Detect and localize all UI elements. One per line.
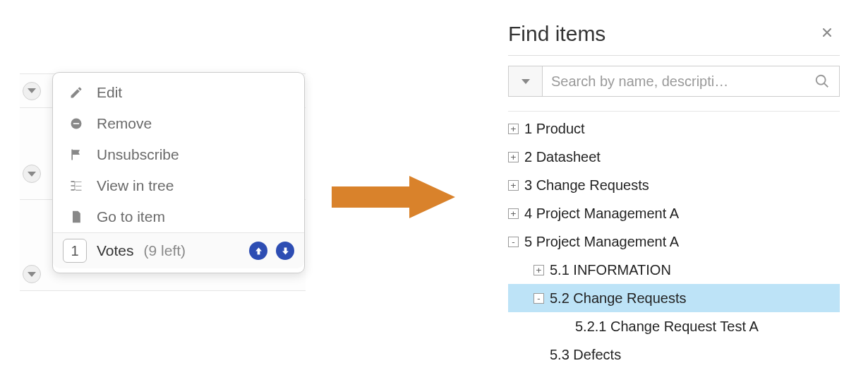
menu-label: Go to item [97, 208, 165, 225]
collapse-icon[interactable]: - [534, 293, 544, 304]
document-icon [68, 209, 84, 225]
arrow-right-icon [332, 172, 459, 222]
expand-icon[interactable]: + [508, 208, 519, 219]
tree-node[interactable]: + 5.1 INFORMATION [508, 256, 840, 284]
tree-node[interactable]: 5.3 Defects [508, 340, 840, 369]
search-bar [508, 66, 840, 97]
node-label: 5.2.1 Change Request Test A [575, 312, 759, 340]
vote-down-button[interactable] [276, 242, 294, 260]
panel-title: Find items [508, 22, 605, 46]
tree-node[interactable]: + 4 Project Management A [508, 199, 840, 227]
menu-unsubscribe[interactable]: Unsubscribe [53, 139, 304, 170]
collapse-icon[interactable]: - [508, 237, 519, 247]
tree-icon [68, 178, 84, 194]
node-label: 1 Product [524, 114, 585, 143]
node-label: 2 Datasheet [524, 143, 601, 171]
vote-up-button[interactable] [249, 242, 267, 260]
tree-node[interactable]: - 5 Project Management A [508, 227, 840, 256]
tree-node[interactable]: 5.2.1 Change Request Test A [508, 312, 840, 340]
caret-down-icon [522, 79, 530, 84]
menu-go-to-item[interactable]: Go to item [53, 201, 304, 232]
context-menu: Edit Remove Unsubscribe View in tree Go … [52, 72, 305, 273]
expand-icon[interactable]: + [534, 265, 544, 275]
flag-icon [68, 147, 84, 162]
menu-remove[interactable]: Remove [53, 108, 304, 139]
row-expand-button[interactable] [23, 82, 41, 100]
find-items-panel: Find items + 1 Product + 2 Datasheet + 3… [508, 21, 840, 369]
pencil-icon [68, 85, 84, 100]
expand-icon[interactable]: + [508, 124, 519, 134]
svg-rect-1 [73, 123, 79, 124]
expand-icon[interactable]: + [508, 180, 519, 191]
chevron-down-icon [28, 88, 36, 93]
menu-edit[interactable]: Edit [53, 77, 304, 108]
tree-node-selected[interactable]: - 5.2 Change Requests [508, 284, 840, 312]
row-expand-button[interactable] [23, 265, 41, 283]
minus-circle-icon [68, 116, 84, 131]
expand-icon[interactable]: + [508, 152, 519, 162]
tree-node[interactable]: + 2 Datasheet [508, 143, 840, 171]
search-button[interactable] [805, 66, 839, 96]
vote-count: 1 [63, 239, 87, 263]
node-label: 5 Project Management A [524, 227, 679, 256]
menu-label: Remove [97, 115, 152, 132]
menu-label: Unsubscribe [97, 146, 179, 163]
node-label: 4 Project Management A [524, 199, 679, 227]
svg-marker-2 [332, 176, 455, 218]
votes-row: 1 Votes (9 left) [53, 232, 304, 268]
search-input[interactable] [543, 66, 805, 96]
votes-label: Votes [97, 242, 134, 259]
node-label: 5.3 Defects [550, 340, 621, 369]
row-expand-button[interactable] [23, 165, 41, 183]
close-button[interactable] [814, 21, 840, 47]
tree-node[interactable]: + 3 Change Requests [508, 171, 840, 199]
leaf-spacer [534, 350, 544, 360]
chevron-down-icon [28, 172, 36, 177]
node-label: 5.1 INFORMATION [550, 256, 671, 284]
votes-left: (9 left) [144, 242, 186, 259]
menu-view-in-tree[interactable]: View in tree [53, 170, 304, 201]
menu-label: Edit [97, 84, 122, 101]
item-tree: + 1 Product + 2 Datasheet + 3 Change Req… [508, 111, 840, 369]
chevron-down-icon [28, 272, 36, 277]
search-filter-dropdown[interactable] [509, 66, 543, 96]
menu-label: View in tree [97, 177, 174, 194]
tree-node[interactable]: + 1 Product [508, 114, 840, 143]
leaf-spacer [559, 321, 569, 332]
node-label: 3 Change Requests [524, 171, 649, 199]
node-label: 5.2 Change Requests [550, 284, 686, 312]
